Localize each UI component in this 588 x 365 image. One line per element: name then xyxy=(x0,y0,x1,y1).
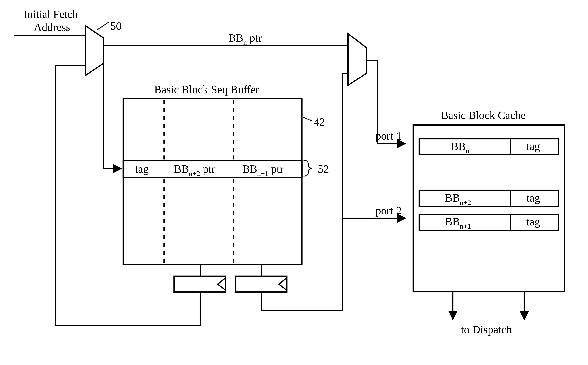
diagram-root: Initial Fetch Address 50 BBn ptr Basic B… xyxy=(0,0,588,365)
mux1-ref-leader xyxy=(97,22,109,30)
row-brace xyxy=(304,160,312,176)
mux-1 xyxy=(85,26,103,75)
cache-row-bbn2-tag: tag xyxy=(526,192,540,204)
svg-marker-0 xyxy=(85,26,103,75)
reg-right xyxy=(235,276,287,292)
bbsb-box xyxy=(123,98,302,264)
port1-label: port 1 xyxy=(375,130,402,142)
svg-marker-1 xyxy=(348,34,366,85)
cache-row-bbn1-tag: tag xyxy=(526,216,540,228)
row-ref: 52 xyxy=(318,163,329,175)
mux1-ref: 50 xyxy=(110,20,122,32)
initial-fetch-line2: Address xyxy=(34,21,70,33)
initial-fetch-line1: Initial Fetch xyxy=(24,8,78,20)
to-dispatch: to Dispatch xyxy=(461,323,512,336)
bbsb-ref: 42 xyxy=(314,116,325,128)
reg-left xyxy=(174,276,226,292)
cache-title: Basic Block Cache xyxy=(441,109,525,121)
bbsb-ref-leader xyxy=(303,117,312,121)
mux-2 xyxy=(348,34,366,85)
bbsb-title: Basic Block Seq Buffer xyxy=(154,83,259,96)
bbn-ptr-label: BBn ptr xyxy=(228,32,262,46)
cache-row-bbn-tag: tag xyxy=(526,140,540,153)
bbsb-row-tag: tag xyxy=(135,163,149,175)
port2-label: port 2 xyxy=(375,204,402,217)
